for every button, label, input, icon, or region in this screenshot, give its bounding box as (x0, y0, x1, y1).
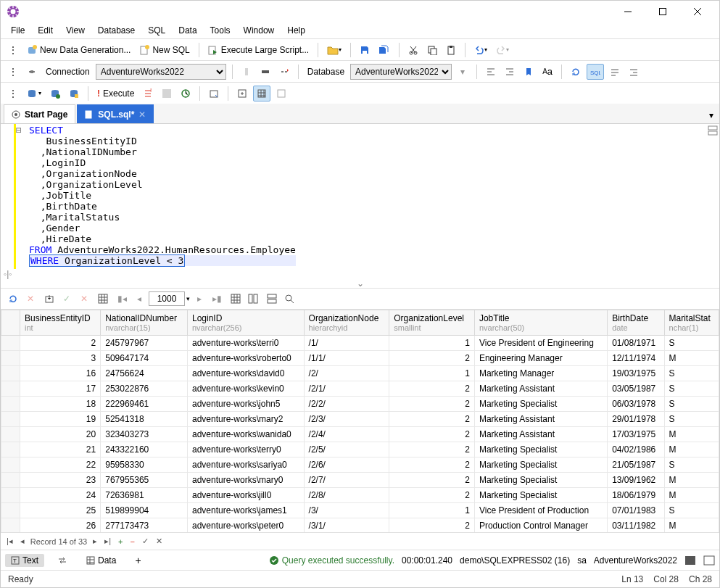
results-grid[interactable]: BusinessEntityIDintNationalIDNumbernvarc… (1, 310, 719, 532)
new-connection-icon[interactable] (276, 64, 292, 80)
cell[interactable]: Marketing Specialist (474, 457, 607, 473)
cell[interactable]: /2/7/ (304, 473, 389, 488)
table-row[interactable]: 3509647174adventure-works\roberto0/1/1/2… (1, 351, 719, 366)
cell[interactable]: 17 (20, 381, 101, 397)
cell[interactable]: 2 (389, 518, 475, 533)
cell[interactable]: Production Control Manager (474, 518, 607, 533)
grid-view-icon[interactable] (253, 86, 270, 102)
cell[interactable]: Marketing Assistant (474, 412, 607, 427)
db-script-icon[interactable] (66, 86, 82, 102)
rollback-icon[interactable]: ✕ (76, 291, 92, 307)
cell[interactable]: /2/3/ (304, 412, 389, 427)
cell[interactable]: adventure-works\wanida0 (188, 427, 305, 442)
menu-file[interactable]: File (5, 24, 30, 37)
menu-view[interactable]: View (60, 24, 91, 37)
cell[interactable]: Marketing Specialist (474, 397, 607, 412)
nav-cancel-icon[interactable]: ✕ (154, 537, 164, 546)
cell[interactable]: 19/03/1975 (608, 366, 664, 381)
text-tab[interactable]: TText (5, 554, 44, 567)
cell[interactable]: adventure-works\roberto0 (188, 351, 305, 366)
cell[interactable]: 95958330 (101, 457, 188, 473)
menu-edit[interactable]: Edit (32, 24, 59, 37)
connect-icon[interactable] (239, 64, 255, 80)
database-select[interactable]: AdventureWorks2022 (350, 64, 452, 80)
cell[interactable]: 26 (20, 518, 101, 533)
cell[interactable]: /1/ (304, 336, 389, 351)
sql-mode-icon[interactable]: SQL (587, 64, 604, 80)
nav-next-icon[interactable]: ▸ (91, 537, 99, 546)
cell[interactable]: 323403273 (101, 427, 188, 442)
cell[interactable]: 17/03/1975 (608, 427, 664, 442)
cell[interactable]: adventure-works\john5 (188, 397, 305, 412)
cell[interactable]: Marketing Assistant (474, 427, 607, 442)
cell[interactable]: /2/ (304, 366, 389, 381)
cell[interactable]: S (664, 397, 719, 412)
cell[interactable]: 19 (20, 412, 101, 427)
cell[interactable]: M (664, 488, 719, 503)
cell[interactable]: Vice President of Engineering (474, 336, 607, 351)
cell[interactable]: 222969461 (101, 397, 188, 412)
add-tab[interactable]: + (129, 553, 146, 568)
cell[interactable]: adventure-works\terry0 (188, 442, 305, 457)
cell[interactable]: S (664, 336, 719, 351)
cell[interactable]: Engineering Manager (474, 351, 607, 366)
cell[interactable]: 13/09/1962 (608, 473, 664, 488)
table-row[interactable]: 1624756624adventure-works\david0/2/1Mark… (1, 366, 719, 381)
cell[interactable]: 1 (389, 503, 475, 518)
column-header[interactable]: LoginIDnvarchar(256) (188, 310, 305, 336)
execute-debug-icon[interactable]: ! (140, 86, 156, 102)
db-drop-icon[interactable]: ▾ (24, 86, 44, 102)
nav-remove-icon[interactable]: − (128, 537, 136, 546)
cell[interactable]: 519899904 (101, 503, 188, 518)
indent-right-icon[interactable] (502, 64, 518, 80)
cell[interactable]: 1 (389, 336, 475, 351)
cell[interactable]: 04/02/1986 (608, 442, 664, 457)
connection-icon[interactable] (24, 64, 40, 80)
tab-overflow-icon[interactable]: ▾ (703, 107, 719, 123)
stop-icon[interactable] (159, 86, 175, 102)
column-header[interactable]: OrganizationLevelsmallint (389, 310, 475, 336)
cell[interactable]: Marketing Specialist (474, 488, 607, 503)
cell[interactable]: 2 (389, 473, 475, 488)
cell[interactable]: 253022876 (101, 381, 188, 397)
cell[interactable]: 2 (389, 381, 475, 397)
paste-icon[interactable] (443, 42, 459, 58)
tab-close-icon[interactable]: ✕ (138, 109, 146, 120)
cell[interactable]: 29/01/1978 (608, 412, 664, 427)
save-all-icon[interactable] (376, 42, 393, 58)
column-header[interactable]: JobTitlenvarchar(50) (474, 310, 607, 336)
execute-large-script-button[interactable]: Execute Large Script... (205, 42, 312, 58)
toolbar-handle-icon[interactable]: ⋮ (5, 42, 21, 58)
table-row[interactable]: 2245797967adventure-works\terri0/1/1Vice… (1, 336, 719, 351)
table-row[interactable]: 25519899904adventure-works\james1/3/1Vic… (1, 503, 719, 518)
cell[interactable]: 3 (20, 351, 101, 366)
cell[interactable]: /3/ (304, 503, 389, 518)
cell[interactable]: S (664, 366, 719, 381)
cell[interactable]: 2 (389, 488, 475, 503)
undo-icon[interactable]: ▾ (471, 42, 490, 58)
cell[interactable]: M (664, 442, 719, 457)
refresh-icon[interactable] (568, 64, 584, 80)
cell[interactable]: 16 (20, 366, 101, 381)
toolbar-handle-icon[interactable]: ⋮ (5, 64, 21, 80)
indent-left-icon[interactable] (483, 64, 499, 80)
reload-results-icon[interactable] (5, 291, 21, 307)
page-size-input[interactable] (149, 291, 185, 306)
nav-last-icon[interactable]: ▸| (103, 537, 112, 546)
cell[interactable]: adventure-works\james1 (188, 503, 305, 518)
cell[interactable]: adventure-works\david0 (188, 366, 305, 381)
grid-toggle-icon[interactable] (95, 291, 111, 307)
cell[interactable]: S (664, 412, 719, 427)
table-row[interactable]: 23767955365adventure-works\mary0/2/7/2Ma… (1, 473, 719, 488)
cell[interactable]: 06/03/1978 (608, 397, 664, 412)
view-mode1-icon[interactable] (228, 291, 244, 307)
bookmark-icon[interactable] (521, 64, 537, 80)
cell[interactable]: Marketing Assistant (474, 381, 607, 397)
cell[interactable]: Marketing Specialist (474, 473, 607, 488)
commit-icon[interactable]: ✓ (59, 291, 75, 307)
cell[interactable]: M (664, 473, 719, 488)
cell[interactable]: /3/1/ (304, 518, 389, 533)
cell[interactable]: M (664, 518, 719, 533)
cell[interactable]: 12/11/1974 (608, 351, 664, 366)
cell[interactable]: adventure-works\sariya0 (188, 457, 305, 473)
